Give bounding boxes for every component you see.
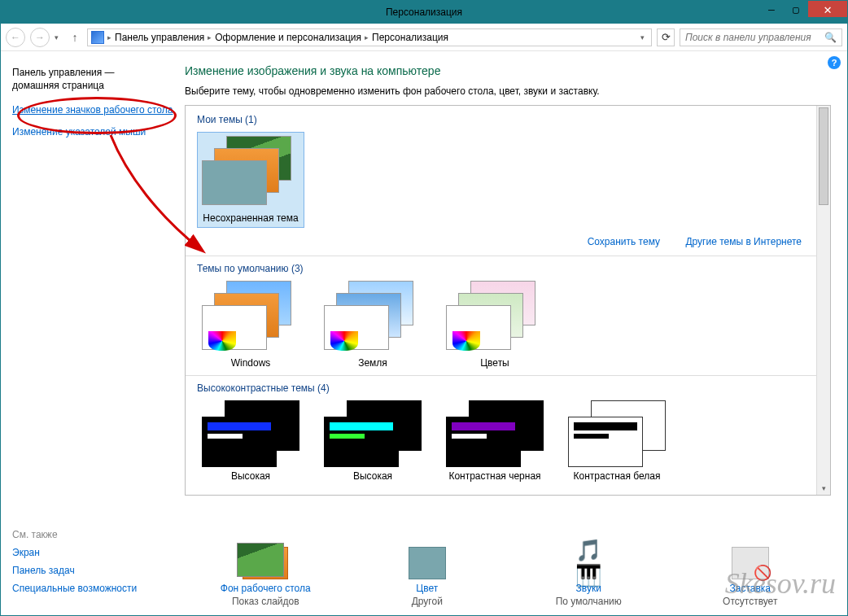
theme-label: Контрастная белая: [563, 470, 671, 482]
scroll-down-icon[interactable]: ▾: [817, 481, 830, 495]
see-also-section: См. также Экран Панель задач Специальные…: [12, 529, 137, 601]
sidebar: Панель управления — домашняя страница Из…: [1, 51, 185, 615]
theme-thumb: [446, 400, 544, 467]
theme-thumb: [568, 400, 666, 467]
setting-title: Фон рабочего стола: [196, 583, 334, 594]
theme-hc-1[interactable]: Высокая: [197, 400, 304, 482]
window: Персонализация — ▢ ✕ ← → ▾ ↑ ▸ Панель уп…: [0, 0, 848, 616]
setting-title: Звуки: [519, 583, 658, 594]
breadcrumb-segment[interactable]: Панель управления: [115, 32, 204, 43]
theme-label: Земля: [319, 357, 426, 369]
theme-thumb: [324, 281, 422, 354]
up-button[interactable]: ↑: [68, 30, 82, 45]
refresh-button[interactable]: ⟳: [657, 28, 675, 46]
theme-panel: Мои темы (1) Несохраненная тема Сохранит…: [185, 105, 831, 496]
theme-label: Высокая: [319, 470, 426, 482]
help-icon[interactable]: ?: [828, 56, 841, 69]
setting-sub: Отсутствует: [681, 596, 820, 607]
breadcrumb-segment[interactable]: Оформление и персонализация: [215, 32, 361, 43]
chevron-right-icon: ▸: [208, 33, 212, 42]
setting-wallpaper[interactable]: Фон рабочего стола Показ слайдов: [196, 547, 334, 607]
wallpaper-icon: [243, 547, 288, 579]
address-bar[interactable]: ▸ Панель управления ▸ Оформление и персо…: [87, 28, 652, 46]
address-dropdown[interactable]: ▾: [637, 33, 648, 42]
see-also-display[interactable]: Экран: [12, 547, 137, 558]
theme-label: Windows: [197, 357, 304, 369]
window-controls: — ▢ ✕: [759, 1, 847, 17]
sidebar-link-desktop-icons[interactable]: Изменение значков рабочего стола: [12, 103, 173, 116]
main-content: ? Изменение изображения и звука на компь…: [185, 51, 847, 615]
scrollbar[interactable]: ▴ ▾: [816, 106, 830, 495]
setting-title: Цвет: [358, 583, 496, 594]
setting-title: Заставка: [681, 583, 820, 594]
search-icon: 🔍: [824, 32, 837, 43]
home-label-1: Панель управления —: [12, 67, 115, 78]
back-button[interactable]: ←: [6, 28, 25, 47]
maximize-button[interactable]: ▢: [784, 1, 808, 17]
setting-sounds[interactable]: 🎵🎹 Звуки По умолчанию: [519, 547, 658, 607]
theme-flowers[interactable]: Цветы: [441, 281, 549, 369]
save-theme-link[interactable]: Сохранить тему: [588, 236, 660, 247]
theme-earth[interactable]: Земля: [319, 281, 426, 369]
theme-action-links: Сохранить тему Другие темы в Интернете: [197, 236, 802, 247]
setting-sub: По умолчанию: [519, 596, 658, 607]
see-also-header: См. также: [12, 529, 137, 540]
nav-toolbar: ← → ▾ ↑ ▸ Панель управления ▸ Оформление…: [1, 24, 847, 51]
theme-windows[interactable]: Windows: [197, 281, 304, 369]
chevron-right-icon: ▸: [107, 33, 111, 42]
control-panel-home[interactable]: Панель управления — домашняя страница: [12, 66, 173, 92]
window-title: Персонализация: [1, 7, 847, 18]
theme-unsaved[interactable]: Несохраненная тема: [197, 132, 304, 228]
titlebar: Персонализация — ▢ ✕: [1, 1, 847, 24]
group-my-themes: Мои темы (1): [197, 114, 805, 125]
see-also-taskbar[interactable]: Панель задач: [12, 565, 137, 576]
home-label-2: домашняя страница: [12, 80, 104, 91]
screensaver-icon: [732, 547, 769, 579]
theme-hc-white[interactable]: Контрастная белая: [563, 400, 671, 482]
setting-sub: Показ слайдов: [196, 596, 334, 607]
theme-thumb: [446, 281, 544, 354]
theme-hc-2[interactable]: Высокая: [319, 400, 426, 482]
group-default-themes: Темы по умолчанию (3): [197, 263, 805, 274]
scroll-thumb[interactable]: [819, 107, 828, 205]
more-themes-link[interactable]: Другие темы в Интернете: [685, 236, 802, 247]
history-dropdown[interactable]: ▾: [55, 33, 63, 42]
group-hc-themes: Высококонтрастные темы (4): [197, 382, 805, 394]
setting-screensaver[interactable]: Заставка Отсутствует: [681, 547, 820, 607]
page-title: Изменение изображения и звука на компьют…: [185, 64, 831, 77]
see-also-accessibility[interactable]: Специальные возможности: [12, 583, 137, 594]
theme-list: Мои темы (1) Несохраненная тема Сохранит…: [186, 106, 816, 495]
theme-label: Контрастная черная: [441, 470, 549, 482]
theme-hc-black[interactable]: Контрастная черная: [441, 400, 549, 482]
theme-thumb: [324, 400, 422, 467]
search-input[interactable]: [685, 32, 824, 43]
color-icon: [409, 547, 446, 579]
theme-thumb: [202, 281, 299, 354]
sound-icon: 🎵🎹: [568, 547, 609, 579]
bottom-settings-row: Фон рабочего стола Показ слайдов Цвет Др…: [185, 547, 831, 607]
breadcrumb-segment[interactable]: Персонализация: [372, 32, 448, 43]
theme-thumb: [202, 400, 299, 467]
minimize-button[interactable]: —: [759, 1, 784, 17]
theme-label: Несохраненная тема: [201, 212, 300, 224]
search-box[interactable]: 🔍: [680, 28, 842, 46]
body: Панель управления — домашняя страница Из…: [1, 51, 847, 615]
chevron-right-icon: ▸: [365, 33, 369, 42]
theme-label: Цветы: [441, 357, 549, 369]
setting-sub: Другой: [358, 596, 496, 607]
setting-color[interactable]: Цвет Другой: [358, 547, 496, 607]
control-panel-icon: [91, 31, 104, 44]
sidebar-link-mouse-pointers[interactable]: Изменение указателей мыши: [12, 125, 173, 138]
forward-button[interactable]: →: [30, 28, 50, 47]
close-button[interactable]: ✕: [808, 1, 847, 17]
theme-label: Высокая: [197, 470, 304, 482]
page-subtitle: Выберите тему, чтобы одновременно измени…: [185, 85, 831, 97]
theme-thumb: [202, 136, 299, 209]
